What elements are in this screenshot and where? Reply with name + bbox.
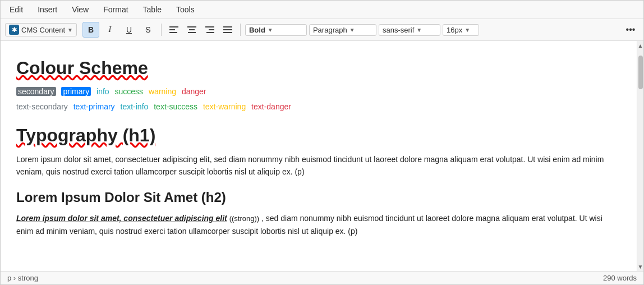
lorem-strong-text: Lorem ipsum dolor sit amet, consectetuer…: [16, 214, 227, 223]
text-info: text-info: [121, 102, 149, 111]
editor-content[interactable]: Colour Scheme secondary primary info suc…: [1, 41, 637, 271]
status-bar: p › strong 290 words: [1, 271, 643, 284]
badge-success: success: [115, 87, 144, 96]
word-count: 290 words: [603, 274, 637, 282]
cms-content-label: CMS Content: [21, 26, 65, 34]
breadcrumb: p › strong: [7, 274, 38, 282]
badge-danger: danger: [182, 87, 206, 96]
toolbar-divider-2: [240, 24, 241, 36]
strikethrough-button[interactable]: S: [140, 22, 157, 38]
lorem-strong-label: ((strong)): [229, 214, 259, 223]
menu-bar: Edit Insert View Format Table Tools: [1, 1, 643, 19]
svg-rect-3: [187, 26, 196, 27]
svg-rect-6: [205, 26, 214, 27]
scrollbar-thumb[interactable]: [638, 56, 643, 89]
editor-window: Edit Insert View Format Table Tools ✱ CM…: [0, 0, 644, 285]
svg-rect-0: [169, 26, 178, 27]
scrollbar-track: [637, 50, 643, 262]
paragraph-value: Paragraph: [313, 26, 347, 34]
svg-rect-7: [209, 29, 214, 30]
svg-rect-5: [188, 32, 196, 33]
text-colours-row: text-secondary text-primary text-info te…: [16, 101, 621, 113]
cms-content-chevron: ▼: [67, 27, 73, 33]
scrollbar[interactable]: ▲ ▼: [637, 41, 643, 271]
svg-rect-2: [169, 32, 177, 33]
svg-rect-9: [223, 26, 232, 27]
svg-rect-8: [206, 32, 214, 33]
size-value: 16px: [447, 26, 462, 34]
menu-format[interactable]: Format: [101, 4, 130, 15]
text-secondary: text-secondary: [16, 102, 68, 111]
scrollbar-down-button[interactable]: ▼: [637, 262, 643, 271]
toolbar-divider-1: [161, 24, 162, 36]
lorem-paragraph-1: Lorem ipsum dolor sit amet, consectetuer…: [16, 153, 621, 178]
menu-tools[interactable]: Tools: [174, 4, 197, 15]
align-right-icon: [205, 26, 214, 34]
font-value: sans-serif: [383, 26, 414, 34]
font-select[interactable]: sans-serif ▼: [379, 24, 440, 36]
align-justify-icon: [223, 26, 232, 34]
align-center-button[interactable]: [184, 22, 200, 38]
align-left-button[interactable]: [166, 22, 182, 38]
more-options-button[interactable]: •••: [622, 22, 639, 38]
menu-insert[interactable]: Insert: [35, 4, 59, 15]
size-select[interactable]: 16px ▼: [443, 24, 479, 36]
menu-table[interactable]: Table: [141, 4, 164, 15]
svg-rect-1: [169, 29, 175, 30]
align-center-icon: [187, 26, 196, 34]
typography-heading: Typography (h1): [16, 122, 621, 149]
joomla-icon: ✱: [9, 25, 19, 35]
bold-button[interactable]: B: [82, 22, 99, 38]
paragraph-chevron: ▼: [349, 27, 355, 33]
cms-content-button[interactable]: ✱ CMS Content ▼: [5, 23, 77, 36]
colour-scheme-heading: Colour Scheme: [16, 54, 621, 81]
align-justify-button[interactable]: [220, 22, 236, 38]
menu-edit[interactable]: Edit: [7, 4, 25, 15]
align-left-icon: [169, 26, 178, 34]
underline-button[interactable]: U: [121, 22, 137, 38]
colour-badges-row: secondary primary info success warning d…: [16, 86, 621, 98]
badge-secondary: secondary: [16, 87, 56, 96]
font-chevron: ▼: [416, 27, 422, 33]
toolbar: ✱ CMS Content ▼ B I U S: [1, 19, 643, 41]
text-success: text-success: [154, 102, 197, 111]
paragraph-select[interactable]: Paragraph ▼: [309, 24, 376, 36]
badge-info: info: [96, 87, 109, 96]
text-danger: text-danger: [251, 102, 291, 111]
lorem-paragraph-2: Lorem ipsum dolor sit amet, consectetuer…: [16, 212, 621, 237]
italic-button[interactable]: I: [102, 22, 118, 38]
content-area: Colour Scheme secondary primary info suc…: [1, 41, 643, 271]
svg-rect-10: [223, 29, 232, 30]
text-warning: text-warning: [203, 102, 246, 111]
svg-rect-4: [189, 29, 195, 30]
badge-primary: primary: [61, 87, 91, 96]
scrollbar-up-button[interactable]: ▲: [637, 41, 643, 50]
lorem-ipsum-heading: Lorem Ipsum Dolor Sit Amet (h2): [16, 187, 621, 208]
format-select[interactable]: Bold ▼: [245, 24, 307, 36]
align-right-button[interactable]: [202, 22, 218, 38]
format-chevron: ▼: [268, 27, 273, 33]
text-primary: text-primary: [73, 102, 115, 111]
format-value: Bold: [249, 26, 265, 34]
svg-rect-11: [223, 32, 232, 33]
menu-view[interactable]: View: [70, 4, 91, 15]
badge-warning: warning: [149, 87, 176, 96]
size-chevron: ▼: [464, 27, 470, 33]
